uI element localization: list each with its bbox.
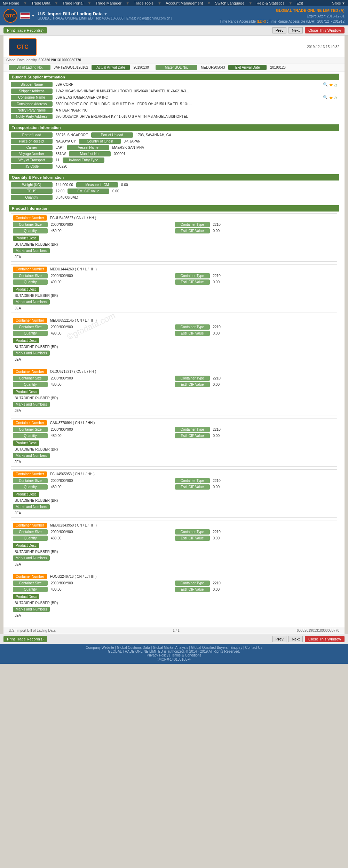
container-number-label-3: Container Number [13,318,47,323]
nav-tradeportal[interactable]: Trade Portal [62,1,83,5]
title-dropdown-arrow[interactable]: ▼ [104,12,108,16]
port-unload-value: 1703, SAVANNAH, GA [135,132,173,138]
bottom-close-btn[interactable]: Close This Window [305,636,345,642]
nav-switchlang[interactable]: Switch Language [215,1,244,5]
footer-id: 6003201901310000030770 [297,629,339,632]
weight-value: 144,000.00 [54,182,74,187]
container-type-value-2: 2210 [212,273,335,278]
container-type-label-3: Container Type [175,324,210,330]
doc-footer: U.S. Import Bill of Lading Data 1 / 1 60… [3,627,345,634]
port-unload-label: Port of Unload [91,132,133,138]
way-transport-value: 11 [54,158,61,163]
house-icon[interactable]: ⌂ [334,82,337,87]
carrier-row: Carrier JAPT [11,145,65,150]
consignee-address-row: Consignee Address 5300 DUPONT CIRCLE BUI… [11,101,337,107]
footer-link-buyers[interactable]: Global Qualified Buyers [191,646,228,650]
nav-accountmgmt[interactable]: Account Management [166,1,203,5]
print-trade-btn[interactable]: Print Trade Record(s) [3,27,47,33]
container-size-value-2: 2000*800*900 [49,273,173,278]
nav-trademanager[interactable]: Trade Manager [95,1,121,5]
footer-privacy[interactable]: Privacy Policy [147,653,168,657]
place-receipt-row: Place of Receipt NAGOYA CY [11,139,77,144]
marks-section-1: Marks and Numbers JEA [13,247,335,260]
nav-tradedata[interactable]: Trade Data [31,1,50,5]
prev-btn[interactable]: Prev [272,27,287,33]
container-qty-row-4: Quantity 480.00 Estl. CIF Value 0.00 [13,382,335,387]
nav-exit[interactable]: Exit [296,1,303,5]
product-desc-section-5: Product Desc BUTADIENE RUBBER (BR) [13,439,335,452]
container-number-value-1: FCUU3403627 ( CN / L / HH ) [48,216,96,220]
measure-row: Measure in CM 0.00 [76,182,129,187]
container-qty-value-7: 480.00 [49,536,173,541]
container-number-label-8: Container Number [13,574,47,579]
carrier-label: Carrier [11,145,53,150]
global-identity-value: 6003201901310000030770 [39,58,81,62]
search-icon[interactable]: 🔍 [323,82,328,87]
star-icon-2[interactable]: ★ [329,95,333,100]
footer-link-customs[interactable]: Global Customs Data [117,646,150,650]
doc-logo: GTC [9,38,37,56]
container-number-row-6: Container Number FCIU4565953 ( CN / L / … [13,471,335,478]
container-size-label-2: Container Size [13,273,48,278]
quantity-price-title: Quantity & Price Information [9,174,339,180]
bottom-next-btn[interactable]: Next [288,636,303,642]
container-type-label-1: Container Type [175,222,210,227]
consignee-name-row: Consignee Name JSR ELASTOMER AMERICA INC… [11,95,337,100]
container-size-row-5: Container Size 2000*800*900 Container Ty… [13,427,335,432]
marks-section-5: Marks and Numbers JEA [13,452,335,464]
marks-label-1: Marks and Numbers [13,248,50,253]
transport-row2: Place of Receipt NAGOYA CY Country of Or… [11,139,337,145]
bottom-print-btn[interactable]: Print Trade Record(s) [3,636,47,642]
footer-link-contact[interactable]: Contact Us [245,646,262,650]
container-cif-value-4: 0.00 [212,382,335,387]
close-window-btn[interactable]: Close This Window [305,27,345,33]
container-type-value-1: 2210 [212,222,335,227]
container-block-3: ©gtodata.com Container Number MEDU651214… [11,316,337,364]
marks-value-7: JEA [13,562,335,567]
buyer-supplier-section: Buyer & Supplier Information Shipper Nam… [9,74,339,122]
footer-terms[interactable]: Terms & Conditions [171,653,201,657]
container-type-value-5: 2210 [212,427,335,432]
footer-legal-links: Privacy Policy | Terms & Conditions [2,653,346,657]
product-info-title: Product Information [9,205,339,212]
footer-link-enquiry[interactable]: Enquiry [230,646,242,650]
bottom-toolbar-left: Print Trade Record(s) [3,636,47,642]
nav-helpstats[interactable]: Help & Statistics [256,1,284,5]
footer-icp: 沪ICP备140133105号 [2,657,346,662]
container-type-value-8: 2210 [212,581,335,586]
hs-code-label: HS Code [11,164,53,169]
port-unload-row: Port of Unload 1703, SAVANNAH, GA [91,132,173,138]
container-qty-value-5: 480.00 [49,433,173,438]
container-qty-label-2: Quantity [13,279,48,285]
container-size-value-1: 2000*800*900 [49,222,173,227]
container-size-value-8: 2000*800*900 [49,581,173,586]
marks-value-8: JEA [13,613,335,618]
product-desc-label-7: Product Desc [13,543,39,548]
container-cif-value-2: 0.00 [212,279,335,285]
buyer-supplier-title: Buyer & Supplier Information [9,74,339,80]
inbond-value [106,159,109,161]
notify-party-address-label: Notify Party Address [11,114,53,119]
nav-tradetools[interactable]: Trade Tools [134,1,153,5]
notify-party-address-value: 670 DOLWICK DRIVE ERLANGER KY 41 018 U S… [54,114,337,119]
container-cif-label-2: Estl. CIF Value [175,279,210,285]
star-icon[interactable]: ★ [329,82,333,87]
footer-link-market[interactable]: Global Market Analysis [153,646,188,650]
house-icon-2[interactable]: ⌂ [334,95,337,100]
container-qty-label-6: Quantity [13,484,48,490]
nav-myhome[interactable]: My Home [3,1,19,5]
bottom-prev-btn[interactable]: Prev [272,636,287,642]
search-icon-2[interactable]: 🔍 [323,95,328,100]
product-desc-label-2: Product Desc [13,287,39,292]
container-qty-value-2: 490.00 [49,279,173,285]
container-number-row-5: Container Number CAIU3770664 ( CN / L / … [13,420,335,427]
marks-label-4: Marks and Numbers [13,402,50,407]
site-footer: Company Website | Global Customs Data | … [0,644,348,664]
marks-section-2: Marks and Numbers JEA [13,298,335,311]
product-desc-value-3: BUTADIENE RUBBER (BR) [13,344,335,349]
footer-link-company[interactable]: Company Website [86,646,114,650]
next-btn[interactable]: Next [288,27,303,33]
container-cif-label-4: Estl. CIF Value [175,382,210,387]
bol-value: JAPTENGO18120162 [53,65,89,70]
container-cif-label-5: Estl. CIF Value [175,433,210,438]
